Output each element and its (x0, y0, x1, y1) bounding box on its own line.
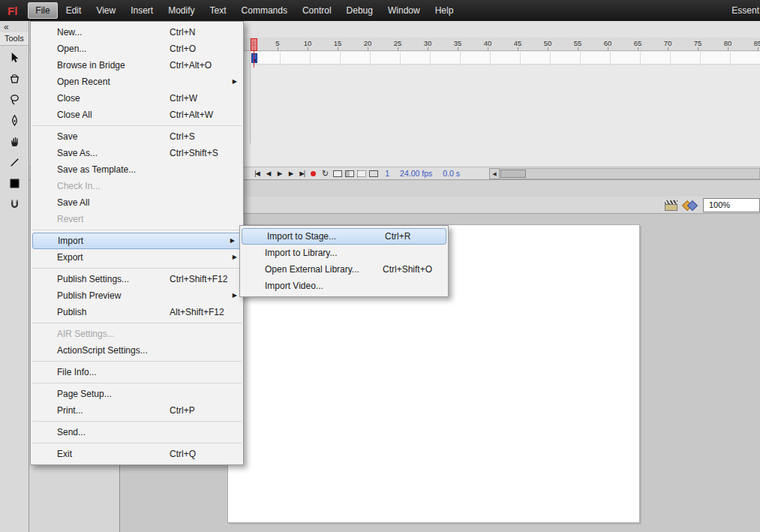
menu-item-page-setup[interactable]: Page Setup... (31, 386, 243, 402)
workspace-switcher[interactable]: Essent (731, 5, 760, 16)
menu-item-import[interactable]: Import▶ (32, 233, 242, 249)
zoom-level-input[interactable]: 100% (703, 198, 760, 212)
menu-item-publish-preview[interactable]: Publish Preview▶ (31, 287, 243, 304)
go-to-first-frame-button[interactable]: |◀ (251, 170, 263, 177)
step-back-button[interactable]: ◀ (263, 170, 274, 177)
scroll-left-button[interactable]: ◀ (489, 168, 500, 179)
line-tool[interactable] (0, 152, 29, 172)
menu-item-shortcut: Ctrl+Alt+O (170, 57, 212, 74)
menubar-control[interactable]: Control (296, 2, 338, 19)
ruler-frame-label: 50 (544, 39, 552, 47)
pen-nib-icon (8, 114, 21, 127)
menu-item-new[interactable]: New...Ctrl+N (31, 24, 243, 41)
scrollbar-track[interactable] (500, 168, 760, 179)
timeline-scrollbar[interactable]: ◀ (489, 168, 760, 179)
menu-item-export[interactable]: Export▶ (31, 249, 243, 266)
menubar-window[interactable]: Window (381, 2, 427, 19)
menu-item-publish-settings[interactable]: Publish Settings...Ctrl+Shift+F12 (31, 271, 243, 287)
step-forward-button[interactable]: ▶ (285, 170, 296, 177)
menu-item-shortcut: Ctrl+Shift+O (383, 261, 432, 278)
scrollbar-thumb[interactable] (500, 170, 526, 178)
menu-item-file-info[interactable]: File Info... (31, 364, 243, 380)
playhead[interactable] (251, 38, 257, 51)
menu-separator (32, 230, 242, 230)
onion-skin-button[interactable] (333, 170, 342, 177)
ruler-frame-label: 65 (634, 39, 642, 47)
ruler-tick-icon (278, 47, 278, 50)
loop-playback-icon[interactable]: ↻ (322, 169, 329, 179)
center-frame-marker-icon[interactable] (311, 171, 316, 176)
menu-item-send[interactable]: Send... (31, 424, 243, 440)
menu-item-label: Check In... (57, 178, 100, 194)
submenu-item-import-video[interactable]: Import Video... (240, 278, 448, 294)
lasso-tool[interactable] (0, 89, 29, 109)
menubar-view[interactable]: View (89, 2, 122, 19)
line-icon (8, 156, 21, 169)
play-button[interactable]: ▶ (274, 170, 285, 177)
menu-item-actionscript-settings[interactable]: ActionScript Settings... (31, 342, 243, 359)
ruler-frame-label: 55 (574, 39, 582, 47)
ruler-tick-icon (758, 47, 758, 50)
menubar-help[interactable]: Help (428, 2, 461, 19)
menubar-text[interactable]: Text (203, 2, 233, 19)
magnet-snap-tool[interactable] (0, 194, 29, 214)
ruler-tick-icon (458, 47, 458, 50)
menu-item-label: Publish Preview (57, 287, 121, 304)
playhead-line (254, 51, 254, 68)
menubar-modify[interactable]: Modify (161, 2, 201, 19)
menu-item-label: Save As... (57, 145, 98, 161)
menu-item-close-all[interactable]: Close AllCtrl+Alt+W (31, 107, 243, 123)
timeline-layer-row[interactable] (251, 52, 760, 65)
menu-item-shortcut: Ctrl+Shift+F12 (170, 271, 227, 287)
ruler-frame-label: 30 (424, 39, 432, 47)
menu-item-save[interactable]: SaveCtrl+S (31, 128, 243, 145)
menu-item-label: Print... (57, 402, 83, 419)
menu-item-label: Publish (57, 304, 86, 320)
modify-markers-button[interactable] (369, 170, 378, 177)
menu-item-label: Open... (57, 41, 86, 57)
magnet-icon (8, 198, 21, 211)
keyframe-cell[interactable] (251, 53, 257, 63)
menu-item-close[interactable]: CloseCtrl+W (31, 90, 243, 107)
menu-item-shortcut: Ctrl+R (385, 229, 410, 244)
go-to-last-frame-button[interactable]: ▶| (296, 170, 308, 177)
submenu-item-import-to-library[interactable]: Import to Library... (240, 245, 448, 261)
menu-item-exit[interactable]: ExitCtrl+Q (31, 446, 243, 462)
ink-bottle-tool[interactable] (0, 68, 29, 88)
submenu-arrow-icon: ▶ (230, 233, 235, 248)
menu-item-save-all[interactable]: Save All (31, 194, 243, 211)
menu-item-shortcut: Ctrl+Q (170, 446, 196, 462)
menubar-edit[interactable]: Edit (59, 2, 89, 19)
edit-symbols-icon[interactable] (683, 200, 696, 211)
ruler-tick-icon (638, 47, 638, 50)
hand-tool[interactable] (0, 131, 29, 151)
edit-scene-icon[interactable] (665, 200, 677, 211)
selection-tool[interactable] (0, 47, 29, 67)
edit-multiple-frames-button[interactable] (357, 170, 366, 177)
collapse-panel-icon[interactable]: « (0, 21, 29, 32)
stroke-color-swatch[interactable] (0, 173, 29, 193)
menu-item-publish[interactable]: PublishAlt+Shift+F12 (31, 304, 243, 320)
menubar-commands[interactable]: Commands (235, 2, 294, 19)
onion-skin-outlines-button[interactable] (345, 170, 354, 177)
menubar-debug[interactable]: Debug (340, 2, 380, 19)
menubar-file[interactable]: File (28, 2, 57, 19)
menu-item-print[interactable]: Print...Ctrl+P (31, 402, 243, 419)
menu-item-open-recent[interactable]: Open Recent▶ (31, 74, 243, 90)
ruler-tick-icon (728, 47, 728, 50)
ruler-frame-label: 20 (364, 39, 372, 47)
submenu-item-open-external-library[interactable]: Open External Library...Ctrl+Shift+O (240, 261, 448, 278)
pen-tool[interactable] (0, 110, 29, 130)
menu-item-browse-in-bridge[interactable]: Browse in BridgeCtrl+Alt+O (31, 57, 243, 74)
tools-panel: « Tools (0, 21, 29, 532)
menubar-insert[interactable]: Insert (124, 2, 160, 19)
menu-item-open[interactable]: Open...Ctrl+O (31, 41, 243, 57)
submenu-item-import-to-stage[interactable]: Import to Stage...Ctrl+R (242, 228, 446, 245)
menu-item-save-as[interactable]: Save As...Ctrl+Shift+S (31, 145, 243, 161)
tools-panel-title: Tools (0, 32, 29, 46)
menu-item-save-as-template[interactable]: Save as Template... (31, 161, 243, 178)
current-frame-indicator[interactable]: 1 (385, 169, 389, 178)
menu-item-air-settings: AIR Settings... (31, 326, 243, 342)
ruler-tick-icon (428, 47, 428, 50)
frame-rate-indicator[interactable]: 24.00 fps (400, 169, 432, 178)
